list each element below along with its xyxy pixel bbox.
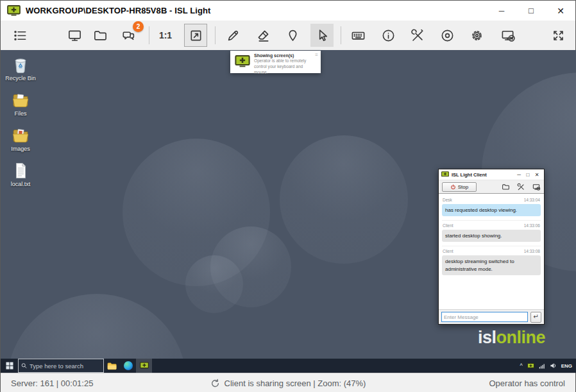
maximize-button[interactable]: □ — [516, 1, 546, 21]
edge-icon — [124, 361, 133, 370]
tools-icon — [411, 28, 425, 43]
fullscreen-arrows-icon — [551, 28, 566, 43]
message-time: 14:33:06 — [524, 223, 540, 228]
settings-button[interactable] — [465, 24, 488, 47]
desktop-icon-recycle-bin[interactable]: Recycle Bin — [3, 55, 38, 82]
tray-network-icon[interactable] — [539, 363, 545, 369]
taskbar-edge-browser[interactable] — [120, 359, 136, 373]
tray-speaker-icon[interactable] — [550, 362, 557, 369]
message-time: 14:33:04 — [524, 198, 540, 202]
message-time: 14:33:08 — [524, 249, 540, 253]
monitor-icon — [67, 28, 82, 43]
minimize-button[interactable]: ─ — [487, 1, 516, 21]
desktop-icons: Recycle Bin Files Images — [3, 55, 38, 188]
tray-expand-icon[interactable]: ^ — [520, 362, 522, 369]
client-desktop-settings-icon[interactable] — [532, 183, 541, 191]
desktop-icon-files[interactable]: Files — [3, 90, 38, 117]
session-menu-button[interactable] — [8, 24, 31, 47]
close-button[interactable]: ✕ — [546, 1, 575, 21]
chat-unread-badge: 2 — [133, 21, 144, 32]
taskbar-search-box[interactable] — [18, 359, 104, 373]
toolbar-separator — [149, 26, 149, 44]
tray-language-indicator[interactable]: ENG — [561, 363, 572, 369]
admin-tools-button[interactable] — [406, 24, 429, 47]
file-transfer-button[interactable] — [89, 24, 112, 47]
stop-button[interactable]: Stop — [442, 182, 477, 192]
folder-icon — [93, 28, 108, 43]
status-bar: Server: 161 | 00:01:25 Client is sharing… — [1, 373, 575, 392]
keyboard-icon — [351, 28, 366, 43]
laser-pointer-button[interactable] — [281, 24, 304, 47]
client-maximize-button[interactable]: □ — [523, 172, 532, 178]
window-title: WORKGROUP\DESKTOP-HR85V8B - ISL Light — [26, 6, 211, 15]
taskbar-search-input[interactable] — [30, 362, 101, 370]
client-titlebar: ISL Light Client ─ □ ✕ — [439, 169, 544, 180]
isl-app-icon — [7, 5, 21, 16]
record-icon — [440, 28, 455, 43]
fullscreen-button[interactable] — [546, 24, 570, 47]
chat-button[interactable]: 2 — [117, 24, 140, 47]
cursor-control-button[interactable] — [310, 24, 334, 47]
info-icon — [381, 28, 396, 43]
islonline-logo: islonline — [478, 328, 545, 348]
taskbar-file-explorer[interactable] — [104, 359, 120, 373]
draw-pencil-button[interactable] — [221, 24, 244, 47]
keyboard-button[interactable] — [346, 24, 369, 47]
tooltip-body: Operator is able to remotely control you… — [254, 58, 318, 76]
client-close-button[interactable]: ✕ — [532, 172, 541, 178]
desktop-view-button[interactable] — [63, 24, 86, 47]
desktop-icon-local-txt[interactable]: local.txt — [3, 161, 38, 188]
system-tray: ^ ENG — [520, 359, 576, 373]
chat-message: Desk 14:33:04 has requested desktop view… — [442, 195, 541, 216]
message-bubble: started desktop showing. — [442, 230, 541, 242]
background-circle — [280, 135, 408, 264]
images-folder-icon — [11, 126, 30, 145]
send-button[interactable]: ↵ — [530, 312, 541, 323]
fit-screen-button[interactable] — [184, 24, 207, 47]
menu-list-icon — [13, 28, 28, 43]
taskbar-isl-client[interactable] — [136, 359, 152, 373]
chat-message: Client 14:33:08 desktop streaming switch… — [442, 246, 541, 275]
recycle-bin-icon — [11, 55, 30, 74]
client-window-title: ISL Light Client — [452, 172, 514, 178]
disconnect-desktop-button[interactable] — [496, 24, 520, 47]
message-sender: Client — [443, 249, 453, 253]
message-input[interactable] — [441, 312, 528, 322]
desktop-icon-images[interactable]: Images — [3, 126, 38, 153]
main-toolbar: 2 1:1 — [1, 21, 575, 50]
control-status: Operator has control — [489, 379, 565, 388]
file-explorer-icon — [107, 362, 117, 370]
message-sender: Client — [443, 223, 453, 228]
gear-icon — [470, 28, 484, 43]
power-icon — [450, 184, 456, 190]
message-bubble: desktop streaming switched to administra… — [442, 255, 541, 275]
tray-isl-icon[interactable] — [527, 363, 534, 369]
monitor-disconnect-icon — [501, 28, 516, 43]
cursor-arrow-icon — [315, 28, 330, 43]
resize-box-icon — [189, 28, 203, 43]
remote-desktop-view[interactable]: Recycle Bin Files Images — [1, 50, 576, 373]
map-pin-icon — [285, 28, 300, 43]
tooltip-menu-icon[interactable]: ≡ — [315, 52, 318, 58]
client-minimize-button[interactable]: ─ — [514, 172, 523, 178]
chat-message-list[interactable]: Desk 14:33:04 has requested desktop view… — [439, 194, 544, 309]
tooltip-title: Showing screen(s) — [254, 53, 318, 58]
search-icon — [21, 362, 27, 369]
window-titlebar: WORKGROUP\DESKTOP-HR85V8B - ISL Light ─ … — [1, 1, 575, 21]
sharing-status-text: Client is sharing screen | Zoom: (47%) — [224, 379, 366, 388]
zoom-1-1-button[interactable]: 1:1 — [154, 24, 177, 47]
record-button[interactable] — [436, 24, 459, 47]
text-document-icon — [11, 161, 30, 180]
toolbar-separator — [215, 26, 216, 44]
start-button[interactable] — [1, 359, 18, 373]
client-folder-icon[interactable] — [502, 183, 510, 191]
pencil-icon — [226, 28, 241, 43]
client-tools-icon[interactable] — [517, 183, 525, 191]
session-info-button[interactable] — [377, 24, 400, 47]
isl-light-client-window: ISL Light Client ─ □ ✕ Stop — [438, 169, 545, 325]
eraser-button[interactable] — [251, 24, 275, 47]
message-bubble: has requested desktop viewing. — [442, 204, 541, 216]
sync-icon — [210, 379, 220, 388]
isl-light-window: WORKGROUP\DESKTOP-HR85V8B - ISL Light ─ … — [0, 0, 576, 392]
stop-label: Stop — [458, 184, 468, 190]
